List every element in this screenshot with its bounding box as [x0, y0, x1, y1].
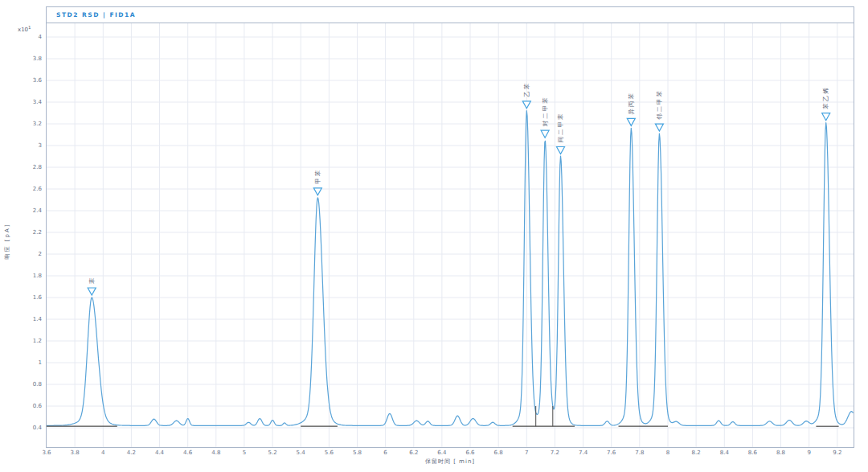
- x-tick-label: 8.2: [692, 449, 701, 456]
- y-tick-label: 2: [0, 251, 42, 257]
- x-tick-label: 7.4: [579, 449, 588, 456]
- y-tick-label: 1.8: [0, 273, 42, 279]
- x-tick-label: 5: [243, 449, 246, 456]
- x-tick-label: 4.4: [155, 449, 164, 456]
- peak-apex-marker: [655, 124, 663, 131]
- x-tick-label: 5.8: [353, 449, 362, 456]
- x-tick-label: 6.4: [437, 449, 446, 456]
- chromatogram-trace: [47, 111, 854, 426]
- y-tick-label: 0.8: [0, 381, 42, 388]
- y-tick-label: 0.4: [0, 425, 42, 431]
- y-tick-label: 2.2: [0, 229, 42, 236]
- peak-label: 对二甲苯: [542, 96, 549, 126]
- x-tick-label: 5.6: [325, 449, 334, 456]
- x-tick-label: 4: [101, 449, 104, 456]
- y-axis-ticks: 0.40.60.811.21.41.61.822.22.42.62.833.23…: [0, 23, 42, 447]
- peak-label: 苯: [88, 277, 96, 285]
- x-axis-title: 保留时间 [ min]: [0, 458, 868, 466]
- peak-label: 间二甲苯: [557, 113, 564, 143]
- x-tick-label: 6.2: [409, 449, 418, 456]
- gridlines: [47, 23, 854, 447]
- chromatogram-window: x101 响应 [pA] STD2 RSD | FID1A 苯甲苯乙苯对二甲苯间…: [0, 0, 868, 472]
- x-tick-label: 8.6: [748, 449, 757, 456]
- peak-apex-marker: [541, 130, 549, 137]
- peak-label: 乙苯: [523, 82, 530, 97]
- plot-area[interactable]: 苯甲苯乙苯对二甲苯间二甲苯异丙苯邻二甲苯苯乙烯: [47, 23, 854, 447]
- peak-apex-marker: [627, 118, 635, 125]
- x-tick-label: 8: [666, 449, 669, 456]
- x-tick-label: 6.6: [465, 449, 474, 456]
- y-tick-label: 3: [0, 142, 42, 149]
- x-tick-label: 4.2: [127, 449, 136, 456]
- peak-apex-marker: [313, 188, 321, 195]
- peak-apex-marker: [557, 147, 565, 154]
- y-tick-label: 2.4: [0, 207, 42, 214]
- y-tick-label: 3.4: [0, 99, 42, 105]
- x-tick-label: 5.2: [268, 449, 277, 456]
- x-tick-label: 9.2: [833, 449, 841, 456]
- x-tick-label: 7: [525, 449, 528, 456]
- peak-label: 邻二甲苯: [656, 89, 663, 120]
- y-tick-label: 1.6: [0, 294, 42, 301]
- y-tick-label: 4: [0, 34, 42, 40]
- x-tick-label: 3.6: [42, 449, 51, 456]
- y-tick-label: 2.6: [0, 186, 42, 192]
- plot-frame: STD2 RSD | FID1A 苯甲苯乙苯对二甲苯间二甲苯异丙苯邻二甲苯苯乙烯: [46, 6, 854, 448]
- integration-marks: [47, 406, 839, 426]
- x-tick-label: 4.8: [211, 449, 220, 456]
- y-tick-label: 1: [0, 359, 42, 366]
- y-tick-label: 0.6: [0, 403, 42, 409]
- x-axis-ticks: 3.63.844.24.44.64.855.25.45.65.866.26.46…: [47, 449, 855, 458]
- peak-apex-marker: [822, 113, 830, 121]
- x-tick-label: 3.8: [71, 449, 80, 456]
- x-tick-label: 7.8: [635, 449, 644, 456]
- x-tick-label: 7.6: [607, 449, 616, 456]
- x-tick-label: 9: [807, 449, 810, 456]
- x-tick-label: 5.4: [297, 449, 305, 456]
- peak-apex-marker: [88, 288, 96, 295]
- chromatogram-canvas[interactable]: 苯甲苯乙苯对二甲苯间二甲苯异丙苯邻二甲苯苯乙烯: [47, 23, 854, 447]
- x-tick-label: 6.8: [494, 449, 503, 456]
- peak-label: 异丙苯: [628, 92, 635, 114]
- x-tick-label: 7.2: [551, 449, 559, 456]
- x-tick-label: 4.6: [183, 449, 192, 456]
- y-tick-label: 3.6: [0, 77, 42, 84]
- x-tick-label: 6: [383, 449, 387, 456]
- peak-label: 苯乙烯: [822, 86, 829, 109]
- y-tick-label: 1.2: [0, 338, 42, 344]
- y-tick-label: 2.8: [0, 164, 42, 170]
- y-tick-label: 1.4: [0, 316, 42, 322]
- x-tick-label: 8.4: [720, 449, 729, 456]
- signal-header-band: STD2 RSD | FID1A: [47, 7, 854, 23]
- y-tick-label: 3.2: [0, 121, 42, 127]
- x-tick-label: 8.8: [776, 449, 785, 456]
- signal-header-text: STD2 RSD | FID1A: [56, 11, 136, 18]
- y-tick-label: 3.8: [0, 55, 42, 62]
- peak-label: 甲苯: [314, 169, 321, 184]
- peak-apex-marker: [522, 101, 530, 109]
